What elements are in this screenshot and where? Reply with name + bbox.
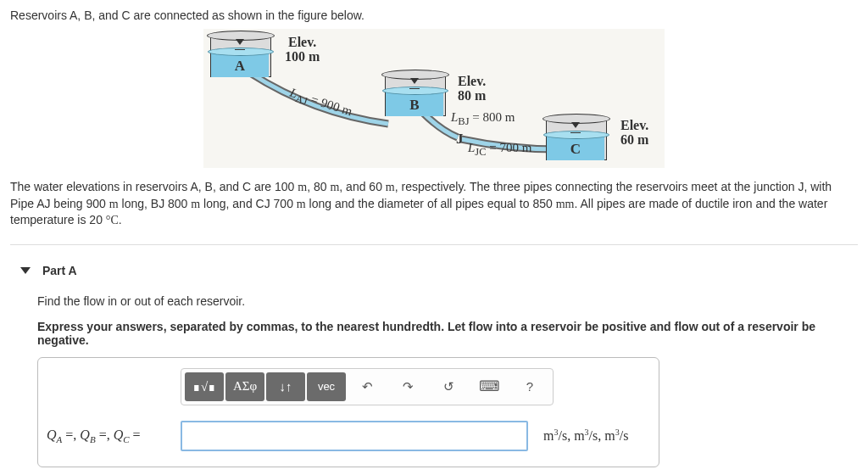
tank-c: C xyxy=(546,115,605,161)
elev-a: Elev. 100 m xyxy=(285,36,320,64)
answer-variable-label: QA =, QB =, QC = xyxy=(47,428,181,444)
junction-label: J xyxy=(456,131,464,148)
subsup-button[interactable]: ↓↑ xyxy=(266,372,305,401)
figure: A Elev. 100 m B Elev. 80 m C Elev. 60 m xyxy=(203,29,665,168)
part-a-instr2: Express your answers, separated by comma… xyxy=(37,320,858,347)
tank-a-label: A xyxy=(210,58,270,75)
pipe-bj-label: LBJ = 800 m xyxy=(451,110,515,128)
elev-c-value: 60 m xyxy=(620,132,648,147)
figure-container: A Elev. 100 m B Elev. 80 m C Elev. 60 m xyxy=(10,29,858,170)
pipe-jc-label: LJC = 700 m xyxy=(468,141,531,159)
tank-b-label: B xyxy=(385,97,444,114)
equation-toolbar: ∎√∎ ΑΣφ ↓↑ vec ↶ ↷ ↺ ⌨ ? xyxy=(181,368,554,405)
elev-b-value: 80 m xyxy=(458,88,486,103)
part-a-title: Part A xyxy=(42,264,77,277)
templates-button[interactable]: ∎√∎ xyxy=(185,372,224,401)
redo-button[interactable]: ↷ xyxy=(388,372,427,401)
reset-button[interactable]: ↺ xyxy=(429,372,468,401)
part-a-header[interactable]: Part A xyxy=(10,245,858,289)
part-a-body: Find the flow in or out of each reservoi… xyxy=(10,294,858,467)
elev-b-label: Elev. xyxy=(458,74,486,88)
elev-c: Elev. 60 m xyxy=(620,119,648,148)
undo-button[interactable]: ↶ xyxy=(348,372,387,401)
keyboard-button[interactable]: ⌨ xyxy=(470,372,509,401)
part-a-instr1: Find the flow in or out of each reservoi… xyxy=(37,294,858,308)
greek-button[interactable]: ΑΣφ xyxy=(225,372,264,401)
answer-units: m3/s, m3/s, m3/s xyxy=(543,428,628,444)
answer-input[interactable] xyxy=(181,421,528,451)
tank-c-label: C xyxy=(546,141,605,158)
tank-a: A xyxy=(210,32,270,78)
vec-button[interactable]: vec xyxy=(307,372,346,401)
answer-box: ∎√∎ ΑΣφ ↓↑ vec ↶ ↷ ↺ ⌨ ? QA =, QB =, QC … xyxy=(37,357,659,467)
elev-a-label: Elev. xyxy=(288,35,316,49)
tank-b: B xyxy=(385,71,444,117)
intro-text: Reservoirs A, B, and C are connected as … xyxy=(10,8,858,22)
description-text: The water elevations in reservoirs A, B,… xyxy=(10,179,858,229)
elev-a-value: 100 m xyxy=(285,49,320,64)
elev-c-label: Elev. xyxy=(620,118,648,132)
caret-down-icon xyxy=(20,267,31,274)
elev-b: Elev. 80 m xyxy=(458,75,486,103)
help-button[interactable]: ? xyxy=(510,372,549,401)
